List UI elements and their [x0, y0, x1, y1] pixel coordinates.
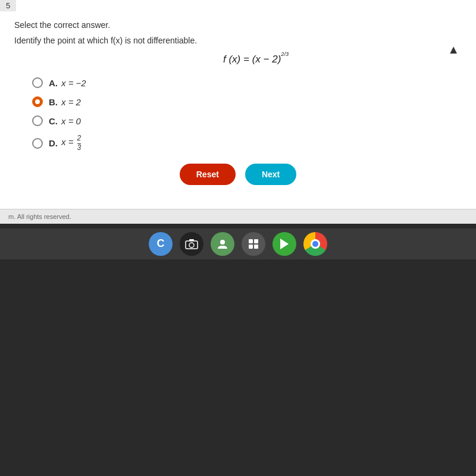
taskbar-icon-clipboard[interactable]: C — [149, 232, 173, 256]
option-a-expr: x = −2 — [61, 78, 86, 88]
footer-bar: m. All rights reserved. — [0, 209, 476, 224]
taskbar-icon-camera[interactable] — [180, 232, 203, 256]
svg-point-3 — [220, 240, 225, 245]
svg-marker-8 — [280, 239, 289, 249]
content-area: 5 Select the correct answer. Identify th… — [0, 0, 476, 224]
option-c[interactable]: C. x = 0 — [32, 115, 462, 126]
reset-button[interactable]: Reset — [180, 164, 236, 185]
next-button[interactable]: Next — [245, 164, 296, 185]
fraction-2-3: 2 3 — [77, 134, 82, 151]
formula-container: f (x) = (x − 2)2/3 — [50, 51, 462, 65]
option-d[interactable]: D. x = 2 3 — [32, 134, 462, 151]
options-list: A. x = −2 B. x = 2 C. x = 0 — [32, 77, 462, 151]
taskbar: C — [0, 228, 476, 259]
radio-a[interactable] — [32, 77, 43, 88]
taskbar-icon-grid[interactable] — [242, 232, 265, 256]
instruction-text: Select the correct answer. — [14, 20, 462, 30]
question-number: 5 — [0, 0, 16, 11]
option-a[interactable]: A. x = −2 — [32, 77, 462, 88]
svg-rect-6 — [249, 245, 253, 249]
option-d-label: D. — [49, 138, 58, 148]
taskbar-icon-chrome[interactable] — [303, 232, 327, 256]
svg-rect-5 — [254, 239, 258, 243]
option-b-label: B. — [49, 97, 58, 107]
dark-area: C — [0, 224, 476, 476]
option-b[interactable]: B. x = 2 — [32, 96, 462, 107]
svg-point-1 — [189, 243, 194, 248]
screen: 5 Select the correct answer. Identify th… — [0, 0, 476, 476]
option-b-expr: x = 2 — [61, 97, 81, 107]
buttons-row: Reset Next — [14, 164, 462, 185]
formula-display: f (x) = (x − 2)2/3 — [223, 51, 289, 65]
option-a-label: A. — [49, 78, 58, 88]
radio-c[interactable] — [32, 115, 43, 126]
svg-rect-2 — [189, 239, 194, 241]
option-d-expr: x = 2 3 — [61, 134, 82, 151]
question-text: Identify the point at which f(x) is not … — [14, 36, 462, 45]
cursor-arrow: ▲ — [447, 43, 459, 57]
radio-b[interactable] — [32, 96, 43, 107]
radio-b-inner — [35, 99, 40, 104]
footer-text: m. All rights reserved. — [8, 213, 71, 220]
svg-rect-7 — [254, 245, 258, 249]
taskbar-icon-play[interactable] — [273, 232, 296, 256]
option-c-label: C. — [49, 116, 58, 126]
question-card: 5 Select the correct answer. Identify th… — [0, 0, 476, 209]
svg-rect-4 — [249, 239, 253, 243]
taskbar-icon-user[interactable] — [211, 232, 234, 256]
option-c-expr: x = 0 — [61, 116, 81, 126]
radio-d[interactable] — [32, 138, 43, 149]
